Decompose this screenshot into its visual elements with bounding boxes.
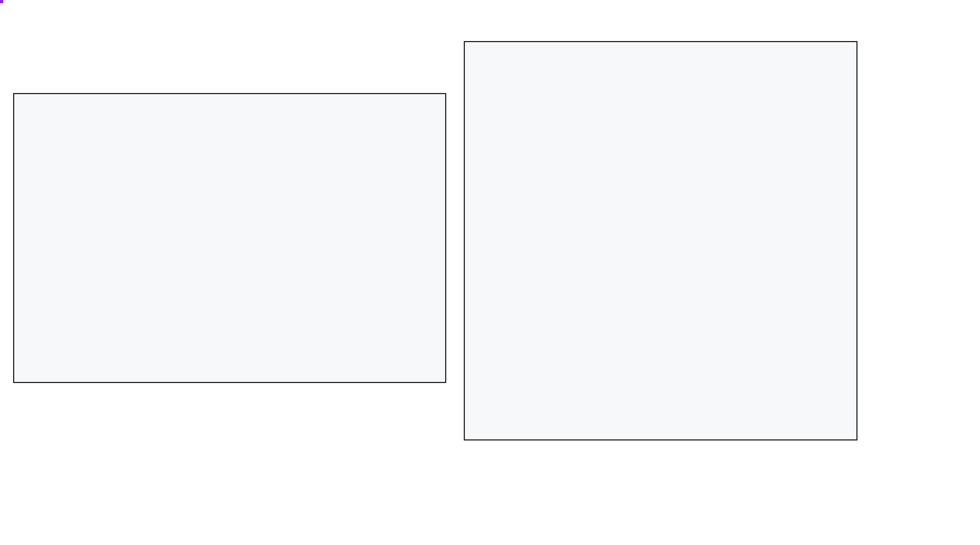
highlight-right-location [0,0,3,3]
highlight-right-contact [0,0,3,3]
right-code-block [464,41,858,440]
highlight-right-custom [0,0,3,3]
diagram-stage [0,0,980,545]
highlight-left-custom [0,0,3,3]
highlight-left-location [0,0,3,3]
left-code-block [13,93,446,383]
highlight-left-contact [0,0,3,3]
